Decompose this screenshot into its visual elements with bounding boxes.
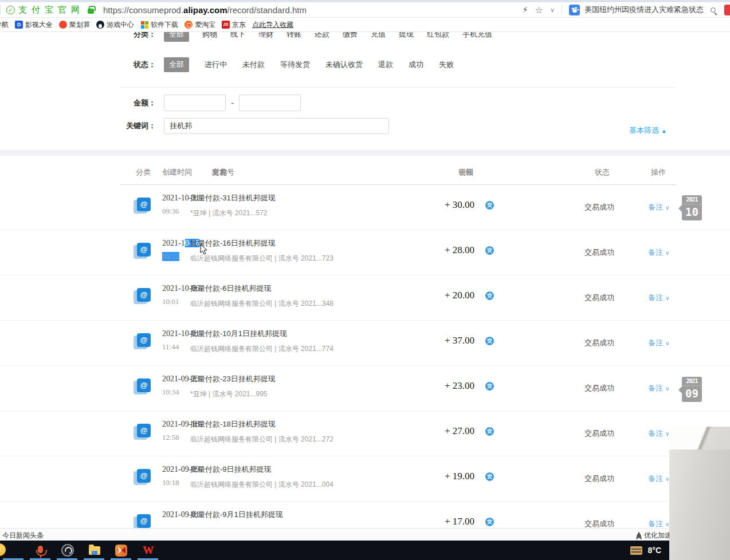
alipay-balance-icon[interactable] [485, 291, 494, 300]
alipay-balance-icon[interactable] [485, 201, 494, 210]
hot-search-text[interactable]: 美国纽约州因疫情进入灾难紧急状态 [584, 5, 704, 15]
category-option[interactable]: 购物 [202, 32, 217, 40]
remark-link[interactable]: 备注∨ [648, 519, 669, 528]
row-time: 11:44 [162, 342, 179, 352]
remark-link[interactable]: 备注∨ [648, 338, 669, 348]
keyword-input[interactable] [164, 118, 389, 134]
header-action: 操作 [651, 167, 666, 178]
obs-icon [61, 544, 74, 557]
category-option[interactable]: 手机充值 [462, 32, 492, 40]
row-status: 交易成功 [578, 474, 621, 484]
news-headline-link[interactable]: 今日新闻头条 [2, 531, 44, 541]
bookmark-nav[interactable]: 导航 [0, 20, 9, 30]
category-option[interactable]: 提现 [399, 32, 414, 40]
remark-link[interactable]: 备注∨ [648, 474, 669, 484]
url-domain: alipay.com [183, 5, 227, 15]
category-option[interactable]: 理财 [258, 32, 273, 40]
remark-link[interactable]: 备注∨ [648, 293, 669, 303]
penguin-icon [96, 21, 104, 29]
row-party: 临沂超钱网络服务有限公司 | 流水号 2021...774 [190, 344, 333, 354]
input-method-icon[interactable] [630, 546, 642, 555]
bookmark-software-download[interactable]: 软件下载 [140, 20, 178, 30]
category-label: 分类： [119, 32, 156, 40]
status-option[interactable]: 成功 [409, 60, 423, 70]
category-option[interactable]: 充值 [371, 32, 386, 40]
remark-link[interactable]: 备注∨ [648, 247, 669, 258]
bookmark-aitaobao[interactable]: 爱淘宝 [185, 20, 215, 30]
amount-max-input[interactable] [239, 94, 301, 111]
row-party: 临沂超钱网络服务有限公司 | 流水号 2021...004 [190, 480, 333, 490]
taskbar-app-obs[interactable] [54, 541, 81, 560]
status-option[interactable]: 进行中 [205, 60, 227, 70]
windows-taskbar: W 8°C [0, 541, 730, 560]
taskbar-app-wps[interactable]: W [135, 541, 162, 560]
alipay-balance-icon[interactable] [485, 337, 494, 345]
browser-status-bar: 今日新闻头条 优化加速 [0, 528, 730, 541]
taskbar-app-explorer[interactable] [81, 541, 108, 560]
bookmark-yingshi[interactable]: D影视大全 [15, 20, 53, 30]
chevron-down-icon: ∨ [665, 295, 669, 301]
microphone-icon [38, 546, 43, 553]
site-verified-badge[interactable]: ✓ 支付宝官网 [6, 5, 84, 15]
month-badge: 2021 10 [682, 195, 702, 220]
alipay-balance-icon[interactable] [485, 427, 494, 436]
row-title: 批量付款-10月1日挂机邦提现 [190, 329, 333, 339]
alipay-balance-icon[interactable] [485, 246, 494, 255]
bookmark-star-icon[interactable]: ☆ [535, 5, 543, 15]
category-option[interactable]: 转账 [286, 32, 301, 40]
category-option[interactable]: 还款 [315, 32, 329, 40]
taskbar-app-partial[interactable] [0, 541, 27, 560]
row-amount: + 23.00 [367, 380, 474, 392]
bookmark-juhuasuan[interactable]: 聚划算 [59, 20, 90, 30]
table-row: @ 2021-09-2310:34 批量付款-23日挂机邦提现*亚坤 | 流水号… [0, 366, 730, 411]
transaction-list: @ 2021-10-3109:36 批量付款-31日挂机邦提现*亚坤 | 流水号… [0, 185, 730, 528]
row-amount: + 17.00 [367, 516, 474, 527]
boost-button[interactable]: 优化加速 [636, 531, 672, 541]
remark-link[interactable]: 备注∨ [648, 202, 669, 212]
header-created-time: 创建时间 [162, 167, 192, 178]
weather-temperature[interactable]: 8°C [648, 546, 662, 555]
chevron-down-icon[interactable]: ∨ [550, 6, 555, 14]
basic-filter-toggle[interactable]: 基本筛选 ▲ [629, 125, 667, 136]
bookmark-jd[interactable]: JD京东 [222, 20, 246, 30]
category-option[interactable]: 线下 [230, 32, 245, 40]
row-title: 批量付款-9日挂机邦提现 [190, 464, 333, 475]
amount-min-input[interactable] [164, 94, 226, 111]
status-option[interactable]: 失败 [439, 60, 454, 70]
taskbar-app-recorder[interactable] [27, 541, 54, 560]
address-url[interactable]: https://consumeprod.alipay.com/record/st… [103, 5, 307, 15]
badge-month: 10 [682, 204, 702, 220]
alipay-balance-icon[interactable] [485, 382, 494, 391]
bookmark-game-center[interactable]: 游戏中心 [96, 20, 134, 30]
status-option[interactable]: 未确认收货 [325, 60, 363, 70]
remark-link[interactable]: 备注∨ [648, 428, 669, 439]
category-option[interactable]: 缴费 [343, 32, 358, 40]
row-party: *亚坤 | 流水号 2021...995 [190, 389, 276, 399]
remark-link[interactable]: 备注∨ [648, 383, 669, 393]
extension-icon-partial[interactable] [724, 5, 730, 15]
remark-label: 备注 [648, 203, 663, 211]
taskbar-app-video-editor[interactable] [108, 541, 135, 560]
mouse-cursor [200, 244, 208, 255]
row-title: 批量付款-23日挂机邦提现 [190, 374, 276, 384]
status-option[interactable]: 等待发货 [280, 60, 310, 70]
hot-search-icon[interactable] [569, 5, 580, 15]
webcam-overlay [669, 427, 730, 560]
search-icon[interactable] [711, 7, 716, 13]
flash-icon[interactable]: ⚡ [523, 5, 528, 14]
row-party: 临沂超钱网络服务有限公司 | 流水号 2021...348 [190, 299, 333, 309]
category-all-button[interactable]: 全部 [164, 32, 189, 42]
category-option[interactable]: 红包款 [427, 32, 449, 40]
table-row: @ 2021-09-0910:18 批量付款-9日挂机邦提现临沂超钱网络服务有限… [0, 456, 730, 502]
url-bar: ✓ 支付宝官网 https://consumeprod.alipay.com/r… [0, 2, 730, 18]
status-all-button[interactable]: 全部 [164, 57, 189, 72]
chevron-down-icon: ∨ [665, 250, 669, 256]
status-option[interactable]: 退款 [378, 60, 393, 70]
alipay-balance-icon[interactable] [485, 518, 494, 526]
status-option[interactable]: 未付款 [242, 60, 265, 70]
keyword-filter-row: 关键词： [119, 118, 389, 134]
row-status: 交易成功 [578, 428, 621, 439]
alipay-balance-icon[interactable] [485, 472, 494, 481]
bookmark-import-link[interactable]: 点此导入收藏 [252, 20, 293, 30]
juhuasuan-icon [59, 21, 67, 29]
